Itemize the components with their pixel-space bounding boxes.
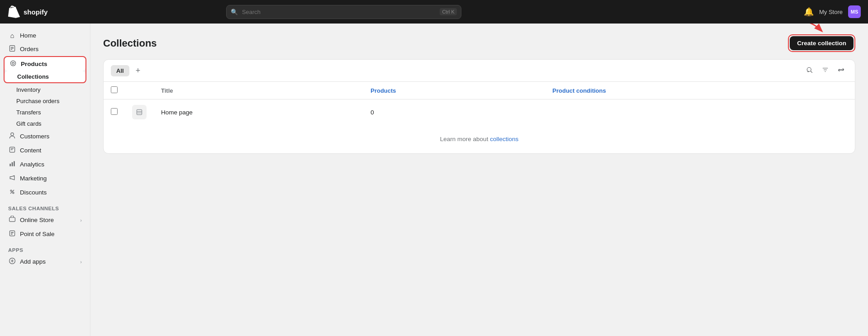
customers-icon (8, 132, 16, 141)
sidebar-item-collections-label: Collections (17, 73, 49, 80)
point-of-sale-icon (8, 230, 16, 238)
add-tab-button[interactable]: + (133, 65, 143, 76)
sidebar-item-online-store[interactable]: Online Store › (4, 213, 86, 227)
col-checkbox (104, 82, 125, 99)
col-products-header[interactable]: Products (363, 82, 545, 99)
logo-text: shopify (24, 8, 47, 16)
search-bar: 🔍 Ctrl K (226, 5, 461, 19)
sidebar-item-discounts-label: Discounts (20, 189, 47, 196)
row-conditions-cell (545, 99, 855, 125)
sidebar-item-inventory-label: Inventory (16, 86, 40, 93)
discounts-icon (8, 188, 16, 197)
learn-more-section: Learn more about collections (104, 125, 855, 153)
notification-bell-icon[interactable]: 🔔 (804, 7, 814, 17)
sidebar-item-collections[interactable]: Collections (5, 71, 85, 82)
col-conditions-header[interactable]: Product conditions (545, 82, 855, 99)
svg-rect-12 (14, 161, 14, 166)
create-collection-btn-box: Create collection (788, 34, 855, 52)
sidebar-item-point-of-sale-label: Point of Sale (20, 231, 55, 237)
avatar[interactable]: MS (848, 5, 861, 18)
sidebar-item-content[interactable]: Content (4, 143, 86, 157)
svg-line-15 (10, 190, 14, 194)
app-layout: ⌂ Home Orders Products Collections Inven… (0, 24, 868, 336)
top-nav-right: 🔔 My Store MS (804, 5, 861, 18)
sort-button[interactable] (835, 64, 848, 77)
row-checkbox[interactable] (111, 108, 118, 115)
home-icon: ⌂ (8, 32, 16, 39)
svg-point-14 (13, 192, 14, 194)
svg-rect-18 (11, 232, 14, 233)
table-toolbar: All + (104, 60, 855, 82)
search-shortcut: Ctrl K (440, 8, 457, 15)
sidebar-item-marketing-label: Marketing (20, 175, 47, 182)
collections-table: Title Products Product conditions (104, 82, 855, 125)
sales-channels-section-label: Sales channels (4, 199, 86, 213)
top-navigation: shopify 🔍 Ctrl K 🔔 My Store MS (0, 0, 868, 24)
table-toolbar-right (803, 64, 848, 77)
sidebar-item-purchase-orders-label: Purchase orders (16, 98, 59, 104)
collection-icon (132, 105, 147, 119)
page-header: Collections Create collection (103, 34, 855, 52)
sidebar-item-orders-label: Orders (20, 46, 38, 52)
content-icon (8, 146, 16, 155)
shopify-logo[interactable]: shopify (7, 5, 47, 18)
row-icon-cell (125, 99, 154, 125)
sidebar-item-products-label: Products (21, 61, 47, 67)
row-products-cell: 0 (363, 99, 545, 125)
sidebar-item-home[interactable]: ⌂ Home (4, 29, 86, 42)
svg-rect-17 (9, 231, 14, 236)
collection-name: Home page (161, 109, 193, 116)
sidebar-item-gift-cards[interactable]: Gift cards (4, 118, 86, 129)
sidebar: ⌂ Home Orders Products Collections Inven… (0, 24, 90, 336)
row-name-cell[interactable]: Home page (154, 99, 363, 125)
collections-link[interactable]: collections (490, 136, 518, 142)
filter-button[interactable] (819, 64, 832, 77)
orders-icon (8, 45, 16, 53)
products-icon (9, 60, 17, 68)
learn-more-text: Learn more about (440, 136, 490, 142)
select-all-checkbox[interactable] (111, 86, 118, 93)
online-store-icon (8, 216, 16, 224)
svg-rect-16 (9, 218, 15, 222)
svg-point-13 (10, 190, 12, 191)
sidebar-item-purchase-orders[interactable]: Purchase orders (4, 95, 86, 107)
sidebar-item-online-store-label: Online Store (20, 217, 54, 223)
svg-line-25 (811, 71, 812, 72)
table-row: Home page 0 (104, 99, 855, 125)
marketing-icon (8, 174, 16, 183)
sidebar-item-transfers[interactable]: Transfers (4, 107, 86, 118)
sidebar-item-transfers-label: Transfers (16, 109, 41, 116)
expand-arrow-icon: › (80, 218, 82, 223)
apps-section-label: Apps (4, 241, 86, 255)
col-icon-header (125, 82, 154, 99)
add-apps-icon (8, 257, 16, 266)
tab-all[interactable]: All (111, 65, 129, 76)
sidebar-item-analytics[interactable]: Analytics (4, 157, 86, 171)
sidebar-item-gift-cards-label: Gift cards (16, 120, 42, 127)
page-title: Collections (103, 38, 157, 49)
sidebar-item-products[interactable]: Products (5, 57, 85, 71)
analytics-icon (8, 160, 16, 169)
create-btn-wrapper: Create collection (788, 34, 855, 52)
search-icon: 🔍 (231, 9, 238, 15)
products-collections-box: Products Collections (4, 56, 86, 83)
sidebar-item-content-label: Content (20, 147, 41, 154)
sidebar-item-orders[interactable]: Orders (4, 42, 86, 56)
search-filter-button[interactable] (803, 64, 816, 77)
sidebar-item-inventory[interactable]: Inventory (4, 84, 86, 95)
expand-arrow-apps-icon: › (80, 259, 82, 265)
sidebar-item-marketing[interactable]: Marketing (4, 171, 86, 185)
row-checkbox-cell (104, 99, 125, 125)
col-title-header[interactable]: Title (154, 82, 363, 99)
svg-point-4 (10, 61, 15, 66)
sidebar-item-point-of-sale[interactable]: Point of Sale (4, 227, 86, 241)
sidebar-item-add-apps[interactable]: Add apps › (4, 255, 86, 269)
sidebar-item-discounts[interactable]: Discounts (4, 185, 86, 199)
search-input[interactable] (226, 5, 461, 19)
collections-table-card: All + (103, 59, 855, 154)
create-collection-button[interactable]: Create collection (790, 36, 854, 50)
sidebar-item-customers[interactable]: Customers (4, 129, 86, 143)
svg-point-6 (11, 133, 14, 136)
sidebar-item-analytics-label: Analytics (20, 161, 44, 168)
store-name: My Store (819, 9, 843, 15)
